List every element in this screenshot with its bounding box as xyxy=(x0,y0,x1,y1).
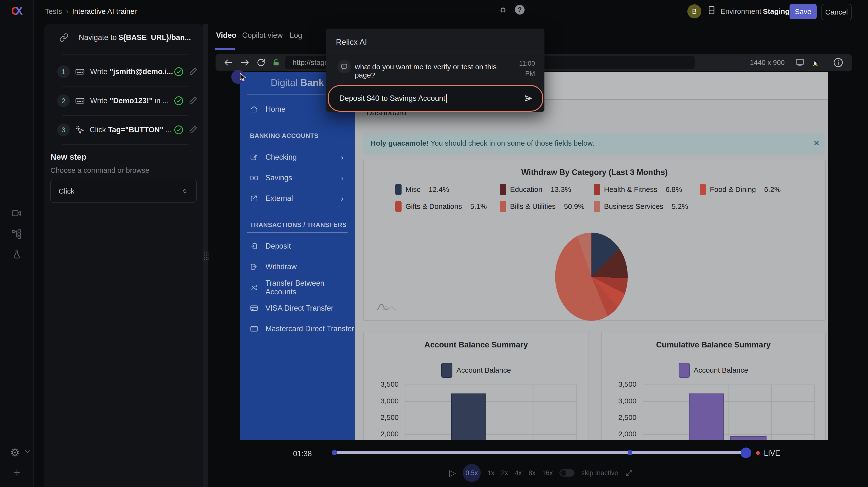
bar-chart-title: Account Balance Summary xyxy=(364,340,589,349)
tab-video[interactable]: Video xyxy=(216,31,237,40)
debug-bug-icon[interactable] xyxy=(498,4,508,14)
legend-item[interactable]: Food & Dining6.2% xyxy=(700,184,812,195)
speed-16x[interactable]: 16x xyxy=(542,469,553,477)
speed-8x[interactable]: 8x xyxy=(528,469,535,477)
tab-log[interactable]: Log xyxy=(290,31,302,40)
bar-chart-title: Cumulative Balance Summary xyxy=(601,340,825,349)
step-row-3[interactable]: 3 Click Tag="BUTTON" ... xyxy=(57,124,197,136)
legend-item[interactable]: Misc12.4% xyxy=(395,184,500,195)
message-meridiem: PM xyxy=(525,70,535,78)
environment-value[interactable]: Staging xyxy=(763,7,789,16)
link-icon xyxy=(59,33,68,42)
withdraw-pie[interactable] xyxy=(555,233,628,321)
bank-nav-savings[interactable]: Savings› xyxy=(240,171,355,185)
keyboard-icon xyxy=(75,67,85,77)
tests-flask-icon[interactable] xyxy=(11,249,22,260)
cancel-button[interactable]: Cancel xyxy=(822,4,851,20)
legend-item[interactable]: Health & Fitness6.8% xyxy=(594,184,700,195)
chevron-right-icon: › xyxy=(341,153,344,162)
timeline-playhead[interactable] xyxy=(741,448,751,458)
bank-nav-mastercard[interactable]: Mastercard Direct Transfer xyxy=(240,322,355,336)
step-success-icon xyxy=(174,66,184,77)
alert-close-icon[interactable]: ✕ xyxy=(813,139,820,148)
step-row-1[interactable]: 1 Write "jsmith@demo.i... xyxy=(57,65,197,78)
user-avatar[interactable]: B xyxy=(687,4,702,19)
bank-nav-visa[interactable]: VISA Direct Transfer xyxy=(240,301,355,315)
bank-nav-deposit[interactable]: Deposit xyxy=(240,239,355,253)
tab-copilot-view[interactable]: Copilot view xyxy=(242,31,283,40)
command-select-value: Click xyxy=(59,187,74,195)
speed-4x[interactable]: 4x xyxy=(515,469,522,477)
sparkline-icon[interactable] xyxy=(376,300,398,311)
bank-nav-withdraw[interactable]: Withdraw xyxy=(240,260,355,274)
credit-card-icon xyxy=(250,325,259,333)
lock-open-icon xyxy=(272,58,280,67)
live-dot-icon xyxy=(756,451,760,455)
legend-item[interactable]: Business Services5.2% xyxy=(594,201,700,212)
info-icon[interactable] xyxy=(833,57,844,68)
save-button[interactable]: Save xyxy=(789,4,817,20)
click-cursor-icon xyxy=(75,125,84,134)
step-success-icon xyxy=(174,125,184,135)
help-icon[interactable]: ? xyxy=(515,5,525,14)
forward-icon[interactable] xyxy=(240,57,250,68)
command-select[interactable]: Click xyxy=(51,180,197,203)
bar-legend[interactable]: Account Balance xyxy=(364,363,589,378)
back-icon[interactable] xyxy=(223,57,234,68)
active-tab-underline xyxy=(215,48,236,50)
send-icon[interactable] xyxy=(523,93,533,103)
drag-dots-icon xyxy=(204,251,209,260)
step-number: 2 xyxy=(57,94,70,107)
dialog-title: Relicx AI xyxy=(336,37,367,47)
skip-inactive-label: skip inactive xyxy=(581,469,618,477)
left-rail: CX ⚙ xyxy=(0,0,34,487)
bank-nav-transfer[interactable]: Transfer Between Accounts xyxy=(240,281,355,294)
panel-resize-handle[interactable] xyxy=(203,24,208,487)
legend-item[interactable]: Bills & Utilities50.9% xyxy=(500,201,594,212)
step-row-2[interactable]: 2 Write "Demo123!" in ... xyxy=(57,94,197,107)
reload-icon[interactable] xyxy=(256,58,266,67)
edit-pencil-icon[interactable] xyxy=(188,96,197,105)
credit-card-icon xyxy=(250,304,259,312)
breadcrumb-current: Interactive AI trainer xyxy=(72,7,137,16)
settings-gear-icon[interactable]: ⚙ xyxy=(10,446,20,459)
legend-item[interactable]: Education13.3% xyxy=(500,184,594,195)
cumulative-balance-bar-1[interactable] xyxy=(689,394,724,440)
play-icon[interactable]: ▷ xyxy=(449,468,456,478)
assistant-message: what do you want me to verify or test on… xyxy=(355,63,510,79)
text-caret xyxy=(446,94,447,103)
fullscreen-icon[interactable] xyxy=(625,469,633,477)
speed-2x[interactable]: 2x xyxy=(501,469,508,477)
add-icon[interactable] xyxy=(12,467,22,477)
home-icon xyxy=(250,105,259,113)
bank-nav-checking[interactable]: Checking› xyxy=(240,150,355,164)
pie-legend: Misc12.4% Education13.3% Health & Fitnes… xyxy=(395,184,812,212)
bar-legend[interactable]: Account Balance xyxy=(601,363,825,378)
ai-prompt-input[interactable]: Deposit $40 to Savings Account xyxy=(328,85,543,112)
monitor-icon xyxy=(795,58,805,67)
skip-inactive-toggle[interactable] xyxy=(559,469,575,477)
bank-nav-external[interactable]: External› xyxy=(240,192,355,205)
timeline-marker[interactable] xyxy=(628,450,632,455)
speed-0-5x[interactable]: 0.5x xyxy=(463,464,481,482)
new-step-title: New step xyxy=(51,152,87,162)
app-logo: CX xyxy=(11,4,21,18)
edit-pencil-icon[interactable] xyxy=(188,67,197,76)
legend-item[interactable]: Gifts & Donations5.1% xyxy=(395,201,500,212)
cumulative-balance-bar-2[interactable] xyxy=(730,436,767,440)
timeline-track[interactable] xyxy=(332,451,744,454)
chevron-down-icon[interactable] xyxy=(23,447,32,456)
relicx-ai-dialog: Relicx AI what do you want me to verify … xyxy=(326,29,545,112)
bank-sidebar: Digital Bank Home BANKING ACCOUNTS Check… xyxy=(240,72,355,440)
speed-1x[interactable]: 1x xyxy=(488,469,495,477)
flow-tree-icon[interactable] xyxy=(11,229,22,239)
breadcrumb-tests[interactable]: Tests xyxy=(45,7,62,16)
edit-pencil-icon[interactable] xyxy=(188,125,197,134)
playback-controls: ▷ 0.5x 1x 2x 4x 8x 16x skip inactive xyxy=(449,464,633,482)
shuffle-icon xyxy=(250,284,259,292)
account-balance-bar[interactable] xyxy=(451,394,486,440)
environment-icon xyxy=(707,5,716,15)
navigate-step[interactable]: Navigate to ${BASE_URL}/ban... xyxy=(59,33,195,42)
recordings-icon[interactable] xyxy=(11,208,22,218)
timeline-marker-start[interactable] xyxy=(332,450,337,455)
